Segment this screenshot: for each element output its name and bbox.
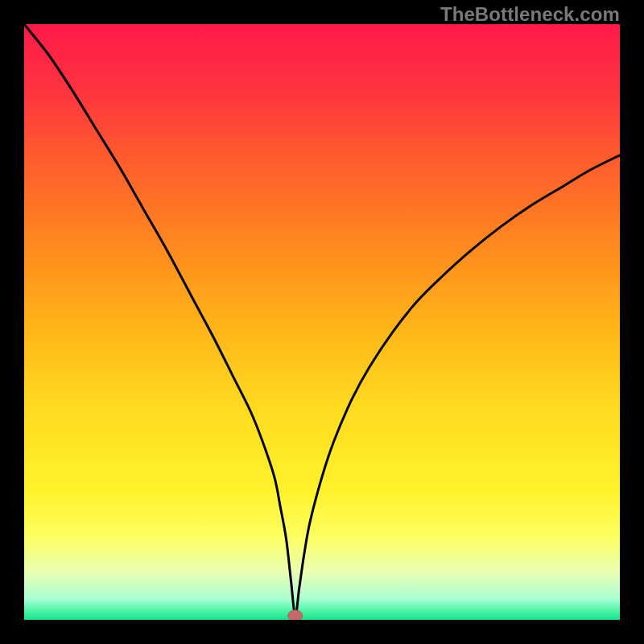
watermark-text: TheBottleneck.com xyxy=(440,3,620,26)
chart-container: TheBottleneck.com xyxy=(0,0,644,644)
plot-area xyxy=(24,24,620,620)
optimal-point-marker xyxy=(288,610,303,620)
chart-svg xyxy=(24,24,620,620)
gradient-background xyxy=(24,24,620,620)
